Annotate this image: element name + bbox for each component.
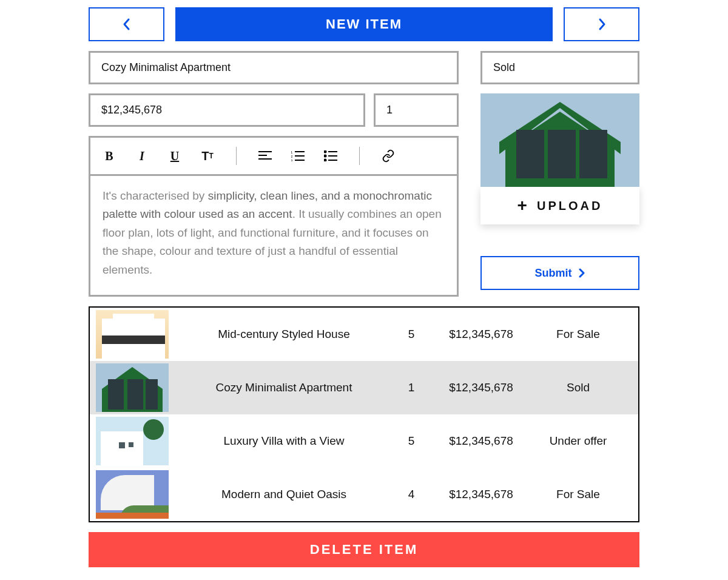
svg-point-11 [325, 160, 326, 161]
listing-thumbnail [96, 363, 169, 412]
price-value: $12,345,678 [101, 104, 162, 116]
chevron-left-icon [122, 18, 132, 31]
toolbar-divider [236, 147, 237, 165]
ordered-list-icon: 123 [291, 150, 305, 161]
table-row[interactable]: Modern and Quiet Oasis 4 $12,345,678 For… [90, 468, 638, 521]
svg-rect-23 [146, 379, 158, 410]
bold-button[interactable]: B [101, 148, 117, 164]
table-row[interactable]: Cozy Minimalist Apartment 1 $12,345,678 … [90, 361, 638, 414]
form-left: Cozy Minimalist Apartment $12,345,678 1 … [89, 51, 459, 297]
table-row[interactable]: Mid-century Styled House 5 $12,345,678 F… [90, 308, 638, 361]
svg-rect-19 [579, 130, 607, 178]
listing-price: $12,345,678 [430, 328, 533, 341]
listing-name: Modern and Quiet Oasis [175, 488, 393, 501]
align-left-icon [258, 150, 272, 161]
next-button[interactable] [564, 7, 639, 41]
svg-text:3: 3 [291, 159, 293, 161]
prev-button[interactable] [89, 7, 164, 41]
listing-name: Luxury Villa with a View [175, 434, 393, 448]
status-value: Sold [493, 61, 515, 73]
listing-thumbnail [96, 310, 169, 359]
rich-text-editor: B I U TT 123 [89, 136, 459, 297]
table-row[interactable]: Luxury Villa with a View 5 $12,345,678 U… [90, 414, 638, 468]
editor-toolbar: B I U TT 123 [90, 138, 457, 176]
chevron-right-icon [597, 18, 607, 31]
svg-point-9 [325, 151, 326, 153]
listing-status: Under offer [533, 434, 624, 448]
svg-rect-17 [516, 130, 544, 178]
top-bar: NEW ITEM [89, 7, 639, 41]
svg-rect-18 [548, 130, 576, 178]
listing-qty: 5 [393, 328, 430, 341]
listing-qty: 1 [393, 381, 430, 394]
text-size-button[interactable]: TT [200, 148, 215, 164]
desc-prefix: It's characterised by [103, 189, 208, 202]
align-left-button[interactable] [257, 148, 273, 164]
listing-status: For Sale [533, 328, 624, 341]
toolbar-divider [359, 147, 360, 165]
title-value: Cozy Minimalist Apartment [101, 61, 231, 73]
listing-qty: 4 [393, 488, 430, 501]
title-input[interactable]: Cozy Minimalist Apartment [89, 51, 459, 84]
ordered-list-button[interactable]: 123 [290, 148, 306, 164]
listing-name: Mid-century Styled House [175, 328, 393, 341]
submit-button[interactable]: Submit [480, 256, 639, 290]
price-input[interactable]: $12,345,678 [89, 93, 365, 127]
bullet-list-button[interactable] [323, 148, 339, 164]
svg-point-10 [325, 155, 326, 157]
listing-thumbnail [96, 417, 169, 465]
quantity-input[interactable]: 1 [374, 93, 459, 127]
svg-text:1: 1 [291, 150, 293, 154]
listing-status: Sold [533, 381, 624, 394]
listing-qty: 5 [393, 434, 430, 448]
delete-label: DELETE ITEM [310, 542, 418, 558]
plus-icon: + [517, 197, 530, 214]
description-textarea[interactable]: It's characterised by simplicity, clean … [90, 176, 457, 295]
svg-rect-22 [127, 379, 143, 410]
submit-label: Submit [535, 267, 572, 280]
new-item-label: NEW ITEM [326, 16, 402, 32]
svg-rect-21 [108, 379, 124, 410]
quantity-value: 1 [386, 104, 393, 116]
bullet-list-icon [324, 150, 337, 161]
link-icon [382, 149, 395, 163]
new-item-button[interactable]: NEW ITEM [175, 7, 553, 41]
listing-price: $12,345,678 [430, 488, 533, 501]
listing-status: For Sale [533, 488, 624, 501]
italic-button[interactable]: I [134, 148, 150, 164]
listing-name: Cozy Minimalist Apartment [175, 381, 393, 394]
chevron-right-icon [578, 268, 585, 278]
image-preview [480, 93, 639, 187]
status-select[interactable]: Sold [480, 51, 639, 84]
delete-item-button[interactable]: DELETE ITEM [89, 532, 639, 567]
listing-thumbnail [96, 470, 169, 519]
upload-button[interactable]: + UPLOAD [480, 187, 639, 224]
listing-table: Mid-century Styled House 5 $12,345,678 F… [89, 306, 639, 522]
form-right: Sold + UPLOAD Sub [480, 51, 639, 297]
underline-button[interactable]: U [167, 148, 183, 164]
svg-text:2: 2 [291, 155, 293, 158]
listing-price: $12,345,678 [430, 434, 533, 448]
upload-label: UPLOAD [537, 199, 602, 213]
link-button[interactable] [380, 148, 396, 164]
listing-price: $12,345,678 [430, 381, 533, 394]
